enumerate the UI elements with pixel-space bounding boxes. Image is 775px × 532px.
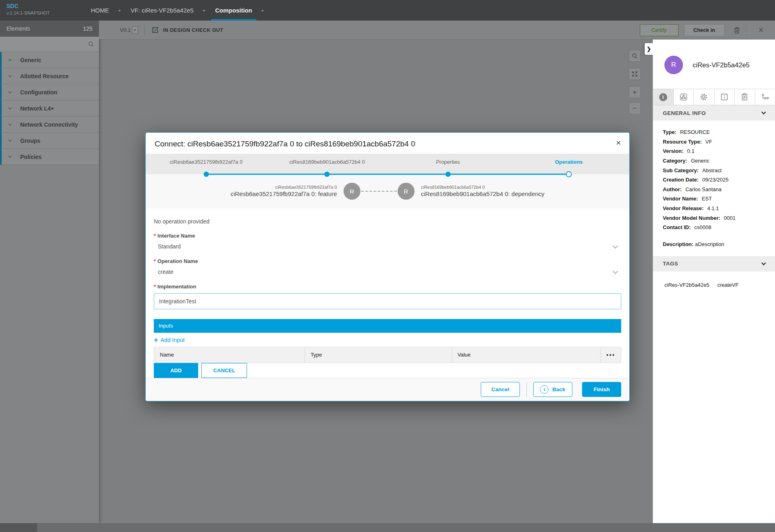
inputs-actions: ADD CANCEL (154, 363, 621, 378)
relationship-preview: ciResb6ae3521759fb922af7a 0 ciResb6ae352… (146, 174, 629, 209)
interface-name-select[interactable]: Standard (154, 242, 621, 253)
relationship-to-name: ciRes8169beb901acb6a572b4 0 (421, 185, 545, 190)
table-menu-dots[interactable]: ●●● (601, 347, 621, 363)
chevron-down-icon (8, 122, 12, 125)
finish-button[interactable]: Finish (582, 382, 621, 397)
tab-deployment-artifacts[interactable] (735, 89, 755, 105)
breadcrumb-arrow-icon: ▸ (256, 0, 270, 21)
tag-item: createVF (717, 282, 739, 288)
lifecycle-status-label: IN DESIGN CHECK OUT (163, 27, 223, 33)
column-type: Type (305, 347, 452, 363)
sidebar-item-label: Configuration (20, 89, 57, 96)
delete-button[interactable] (733, 27, 740, 34)
info-square-icon (720, 93, 729, 101)
composition-icon (679, 93, 688, 101)
wizard-steps: ciResb6ae3521759fb922af7a 0 ciRes8169beb… (146, 154, 629, 174)
close-icon[interactable]: ✕ (616, 139, 621, 147)
sidebar-item-policies[interactable]: Policies (0, 149, 99, 165)
plus-icon: + (633, 88, 637, 96)
sidebar-item-network-l4[interactable]: Network L4+ (0, 100, 99, 117)
cancel-input-button[interactable]: CANCEL (201, 363, 247, 378)
sidebar-item-network-connectivity[interactable]: Network Connectivity (0, 117, 99, 133)
resource-name: ciRes-VF2b5a42e5 (693, 61, 750, 69)
required-mark: * (154, 284, 156, 290)
caret-down-icon: ▾ (134, 28, 136, 32)
no-operation-text: No operation provided (154, 218, 621, 225)
tab-requirements-capabilities[interactable] (755, 89, 775, 105)
in-design-pencil-icon (151, 26, 159, 34)
breadcrumb-arrow-icon: ▸ (113, 0, 127, 21)
breadcrumb-vf[interactable]: VF: ciRes-VF2b5a42e5 (127, 0, 198, 21)
add-button[interactable]: ADD (154, 363, 198, 378)
field-version: Version:0.1 (663, 148, 765, 154)
certify-button[interactable]: Certify (640, 24, 679, 36)
field-description: Description:aDescription (663, 242, 765, 247)
relationship-from: ciResb6ae3521759fb922af7a 0 ciResb6ae352… (230, 185, 337, 198)
sidebar-item-configuration[interactable]: Configuration (0, 84, 99, 100)
back-button[interactable]: ‹ Back (533, 382, 572, 397)
sidebar-item-generic[interactable]: Generic (0, 52, 99, 68)
wizard-step-dot (203, 171, 209, 177)
bottom-left-block (0, 523, 37, 532)
check-in-button[interactable]: Check in (684, 24, 725, 36)
chevron-down-icon (761, 261, 766, 265)
modal-title-bar: Connect: ciResb6ae3521759fb922af7a 0 to … (146, 133, 629, 154)
tags-list: ciRes-VF2b5a42e5 createVF (653, 271, 775, 288)
sidebar-item-allotted-resource[interactable]: Allotted Resource (0, 68, 99, 84)
field-type: Type:RESOURCE (663, 129, 765, 135)
tab-general-info[interactable]: i (653, 89, 674, 105)
sidebar-item-label: Generic (20, 57, 41, 63)
wizard-step-dot (325, 171, 330, 177)
sidebar-item-label: Policies (20, 154, 42, 160)
wizard-step-from[interactable]: ciResb6ae3521759fb922af7a 0 (146, 154, 267, 174)
field-category: Category:Generic (663, 158, 765, 164)
operation-name-value: create (154, 268, 621, 278)
tab-information-artifacts[interactable] (714, 89, 735, 105)
tags-section-header[interactable]: TAGS (653, 256, 775, 271)
palette-search-input[interactable] (0, 37, 99, 52)
operation-name-select[interactable]: create (154, 268, 621, 278)
version-label: V0.1 (120, 27, 131, 33)
implementation-input[interactable] (154, 293, 621, 309)
interface-name-value: Standard (154, 242, 621, 253)
tags-title: TAGS (663, 261, 762, 267)
panel-collapse-button[interactable]: ❯ (645, 43, 653, 55)
fit-to-screen-button[interactable] (629, 68, 641, 80)
resource-node-icon: R (398, 183, 415, 200)
add-input-link[interactable]: + Add Input (154, 336, 184, 344)
elements-count-badge: 125 (83, 25, 92, 32)
app-version: v.1.14.1-SNAPSHOT (6, 10, 50, 16)
tag-item: ciRes-VF2b5a42e5 (664, 282, 709, 288)
relationship-from-name: ciResb6ae3521759fb922af7a 0 (230, 185, 337, 190)
footer-divider (526, 382, 527, 397)
add-input-label: Add Input (161, 337, 185, 343)
inputs-table-header: Name Type Value ●●● (154, 347, 621, 363)
tab-composition[interactable] (674, 89, 694, 105)
tab-settings[interactable] (694, 89, 714, 105)
field-vendor-release: Vendor Release:4.1.1 (663, 206, 765, 211)
chevron-down-icon (8, 138, 12, 142)
general-info-section-header[interactable]: GENERAL INFO (653, 105, 775, 121)
search-icon (632, 53, 638, 59)
info-icon: i (659, 93, 667, 101)
relationship-from-detail: ciResb6ae3521759fb922af7a 0: feature (230, 190, 337, 198)
sidebar-item-label: Network L4+ (20, 105, 54, 112)
field-vendor-name: Vendor Name:EST (663, 196, 765, 202)
interface-name-label: *Interface Name (154, 233, 621, 239)
cancel-button[interactable]: Cancel (481, 382, 520, 397)
breadcrumb-composition[interactable]: Composition (211, 0, 256, 21)
field-contact-id: Contact ID:cs0008 (663, 225, 765, 230)
zoom-out-button[interactable]: − (629, 102, 641, 114)
wizard-step-properties[interactable]: Properties (388, 154, 509, 174)
wizard-step-to[interactable]: ciRes8169beb901acb6a572b4 0 (267, 154, 388, 174)
chevron-down-icon (8, 74, 12, 77)
elements-palette-header: Elements 125 (0, 21, 99, 37)
canvas-search-button[interactable] (629, 50, 641, 62)
relationship-to: ciRes8169beb901acb6a572b4 0 ciRes8169beb… (421, 185, 545, 198)
breadcrumb-home[interactable]: HOME (87, 0, 113, 21)
version-dropdown[interactable]: ▾ (132, 26, 138, 34)
zoom-in-button[interactable]: + (629, 86, 641, 98)
sidebar-item-groups[interactable]: Groups (0, 133, 99, 149)
wizard-step-dot-active (566, 171, 572, 177)
close-composition-button[interactable]: ✕ (758, 26, 764, 34)
